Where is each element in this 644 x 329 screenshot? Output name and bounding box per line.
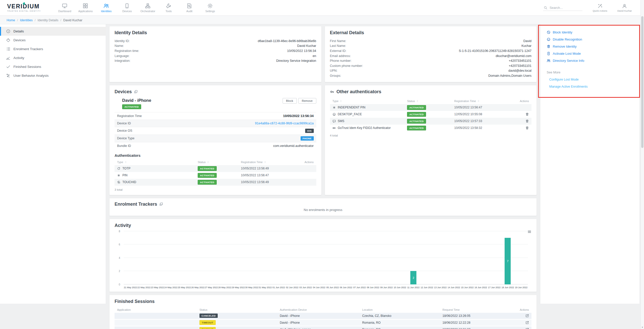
nav-item[interactable]: Tools [159,2,178,14]
see-more-link[interactable]: Configure Lost Mode [549,78,635,81]
sort-icon[interactable] [264,161,266,163]
session-device: David - iPhone [280,314,362,318]
sort-icon[interactable] [340,100,342,102]
sidebar-item[interactable]: Finished Sessions [0,62,106,71]
sidebar-item[interactable]: User Behavior Analysis [0,71,106,80]
chart-menu-icon[interactable] [527,230,531,234]
open-session-icon[interactable] [525,328,529,329]
chart-x-tick-label: 05 Jun 2022 [326,286,339,289]
activity-bar-18-jun-2022[interactable]: 7 [505,238,511,284]
registration-time: 10/05/2022 13:56:49 [241,167,294,170]
authenticator-type: INDEPENDENT PIN [338,106,365,109]
field-value: 10/05/2022 13:56:34 [287,49,316,53]
chart-x-tick-label: 03 Jun 2022 [299,286,312,289]
session-status-badge: TIMEOUT [199,320,216,325]
authenticators-table-header: Type Status Registration Time Actions [115,159,316,165]
field-value: d6ae1ba8-1139-46ec-8e96-b86bab36e6b [258,39,316,43]
expand-icon[interactable] [159,202,163,206]
scrollbar-down-arrow[interactable]: ▾ [641,326,644,328]
page: VERIDIUM TRUSTED DIGITAL IDENTITY Dashbo… [0,0,644,329]
action-item[interactable]: Remove Identity [547,45,635,48]
top-navbar: VERIDIUM TRUSTED DIGITAL IDENTITY Dashbo… [0,0,644,16]
field-label: Language: [115,54,130,58]
action-item[interactable]: Block Identity [547,30,635,34]
status-badge: ACTIVATED [407,105,426,110]
action-item[interactable]: Directory Service Info [547,59,635,63]
device-field-value: 10/05/2022 13:56:34 [283,114,314,118]
sidebar-item[interactable]: Devices [0,36,106,45]
field-row: Phone number: +420733451101 [330,58,532,63]
sidebar-item[interactable]: Enrolment Trackers [0,45,106,53]
session-location: Romania, RO [362,321,443,324]
nav-item[interactable]: Dashboard [55,2,74,14]
action-item[interactable]: Activate Lost Mode [547,52,635,55]
other-authenticators-title: Other authenticators [337,89,381,94]
block-device-button[interactable]: Block [283,98,297,104]
nav-item[interactable]: Devices [117,2,137,14]
chart-x-axis: 21 May 202222 May 202223 May 202224 May … [124,286,528,289]
device-field-value: IOS [305,129,314,133]
external-fields: First Name: David Last Name: Kuchar Exte… [330,38,532,78]
chart-x-tick-label: 28 May 2022 [218,286,231,289]
nav-item[interactable]: Orchestrator [138,2,157,14]
authenticator-type: SMS [338,119,344,123]
chart-x-tick-label: 21 May 2022 [124,286,137,289]
see-more-label: See More [547,71,635,74]
sidebar-item[interactable]: Activity [0,53,106,62]
activity-bar-11-jun-2022[interactable]: 2 [410,271,416,284]
chart-y-tick-label: 8 [119,230,120,233]
sort-icon[interactable] [124,161,127,163]
nav-item[interactable]: Settings [200,2,220,14]
open-session-icon[interactable] [525,321,529,324]
chart-x-tick-label: 24 May 2022 [164,286,178,289]
open-session-icon[interactable] [525,314,529,318]
see-more-link[interactable]: Manage Active Enrollments [549,85,635,88]
authenticator-type: TOUCHID [122,180,136,184]
sidebar-item[interactable]: Details [0,27,106,36]
trash-icon[interactable] [525,112,529,116]
expand-icon[interactable] [134,90,138,93]
user-menu[interactable]: David Kuchar [617,4,632,12]
status-badge: ACTIVATED [198,166,217,171]
breadcrumb: HomeIdentitiesIdentity DetailsDavid Kuch… [7,18,82,22]
status-badge: ACTIVATED [407,112,426,117]
desktop-face-icon [333,113,336,116]
breadcrumb-item[interactable]: Home [7,18,15,22]
registration-time: 10/05/2022 13:56:47 [241,173,294,177]
chart-x-tick-label: 23 May 2022 [151,286,164,289]
breadcrumb-item[interactable]: Identity Details [33,18,58,22]
session-request-time: 18/06/2022 12:21:27 [443,328,504,329]
main-column: Identity Details Identity ID: d6ae1ba8-1… [106,24,540,329]
identity-details-panel: Identity Details Identity ID: d6ae1ba8-1… [109,26,321,82]
dashboard-icon [62,3,67,9]
nav-item[interactable]: Identities [97,2,116,14]
sort-icon[interactable] [207,161,209,163]
scrollbar[interactable]: ▾ [640,0,644,329]
navbar-right: Quick Actions David Kuchar [543,4,637,12]
finished-sessions-panel: Finished Sessions Application Status Aut… [109,295,537,329]
veridium-logo: VERIDIUM TRUSTED DIGITAL IDENTITY [7,4,41,12]
remove-device-button[interactable]: Remove [298,98,316,104]
field-value: S-1-5-21-410015106-2063711249-828150371-… [459,49,531,53]
quick-actions-button[interactable]: Quick Actions [593,4,607,12]
device-field-row: Device Type PHONE [115,134,316,142]
nav-item[interactable]: Applications [76,2,95,14]
quick-actions-label: Quick Actions [593,9,607,12]
trash-icon[interactable] [525,126,529,130]
trash-icon[interactable] [525,119,529,123]
device-field-value[interactable]: 91e4a88a-c672-4c88-9fd9-ccac9899ca1a [255,122,314,125]
sort-icon[interactable] [416,100,419,102]
sort-icon[interactable] [477,100,480,102]
device-field-value: com.veridiumid.authenticator [273,144,314,148]
nav-item[interactable]: Audit [180,2,199,14]
field-label: First Name: [330,39,346,43]
action-item[interactable]: Disable Recognition [547,37,635,41]
device-field-row: Device ID 91e4a88a-c672-4c88-9fd9-ccac98… [115,120,316,127]
registration-time: 10/05/2022 13:56:47 [454,106,513,109]
breadcrumb-item[interactable]: Identities [15,18,33,22]
scrollbar-thumb[interactable] [641,16,643,148]
search-input[interactable] [549,6,579,10]
enrolment-trackers-title: Enrolment Trackers [115,202,157,207]
chart-x-tick-label: 18 Jun 2022 [501,286,514,289]
breadcrumb-item[interactable]: David Kuchar [58,18,82,22]
